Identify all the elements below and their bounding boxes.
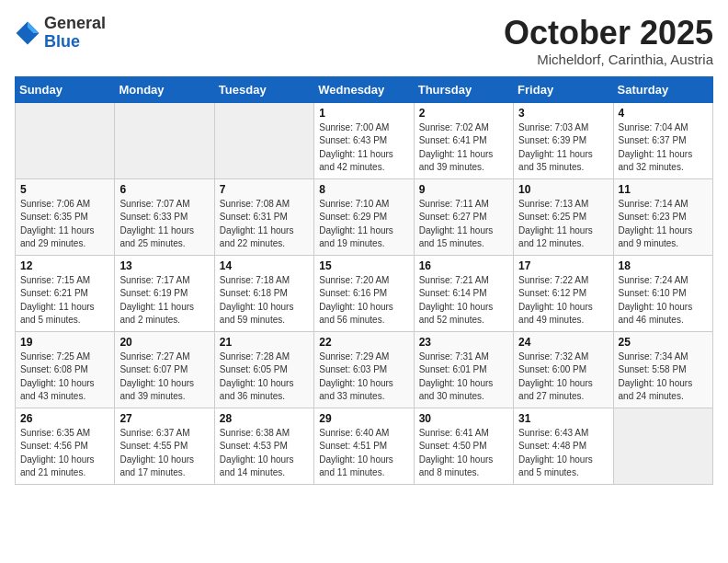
day-info: Sunrise: 7:11 AMSunset: 6:27 PMDaylight:… bbox=[419, 198, 508, 251]
logo-icon bbox=[15, 20, 40, 46]
weekday-header: Sunday bbox=[16, 76, 115, 102]
calendar-cell: 27Sunrise: 6:37 AMSunset: 4:55 PMDayligh… bbox=[115, 408, 214, 484]
calendar-cell bbox=[613, 408, 712, 484]
day-info: Sunrise: 7:34 AMSunset: 5:58 PMDaylight:… bbox=[619, 350, 708, 404]
calendar-cell: 19Sunrise: 7:25 AMSunset: 6:08 PMDayligh… bbox=[16, 331, 115, 408]
day-number: 28 bbox=[220, 412, 309, 425]
day-number: 13 bbox=[119, 259, 209, 272]
day-info: Sunrise: 7:22 AMSunset: 6:12 PMDaylight:… bbox=[518, 274, 608, 327]
day-info: Sunrise: 6:41 AMSunset: 4:50 PMDaylight:… bbox=[419, 427, 508, 480]
calendar-cell bbox=[16, 102, 115, 178]
day-info: Sunrise: 7:06 AMSunset: 6:35 PMDaylight:… bbox=[20, 198, 109, 251]
page-header: General Blue October 2025 Micheldorf, Ca… bbox=[15, 15, 713, 67]
calendar-cell: 18Sunrise: 7:24 AMSunset: 6:10 PMDayligh… bbox=[613, 255, 712, 331]
day-info: Sunrise: 7:08 AMSunset: 6:31 PMDaylight:… bbox=[220, 198, 309, 251]
day-info: Sunrise: 7:03 AMSunset: 6:39 PMDaylight:… bbox=[518, 121, 608, 175]
calendar-cell: 28Sunrise: 6:38 AMSunset: 4:53 PMDayligh… bbox=[214, 408, 313, 484]
day-number: 7 bbox=[220, 183, 309, 196]
weekday-header: Thursday bbox=[414, 76, 513, 102]
day-number: 26 bbox=[20, 412, 109, 425]
calendar-cell: 31Sunrise: 6:43 AMSunset: 4:48 PMDayligh… bbox=[514, 408, 613, 484]
day-number: 30 bbox=[419, 412, 508, 425]
day-number: 19 bbox=[20, 336, 109, 349]
day-number: 31 bbox=[518, 412, 608, 425]
day-info: Sunrise: 7:25 AMSunset: 6:08 PMDaylight:… bbox=[20, 350, 109, 404]
day-number: 16 bbox=[419, 259, 508, 272]
day-info: Sunrise: 7:07 AMSunset: 6:33 PMDaylight:… bbox=[119, 198, 209, 251]
day-info: Sunrise: 6:43 AMSunset: 4:48 PMDaylight:… bbox=[518, 427, 608, 480]
calendar-cell: 22Sunrise: 7:29 AMSunset: 6:03 PMDayligh… bbox=[314, 331, 414, 408]
logo-general: General bbox=[44, 14, 106, 32]
day-number: 20 bbox=[119, 336, 209, 349]
calendar-cell: 6Sunrise: 7:07 AMSunset: 6:33 PMDaylight… bbox=[115, 178, 214, 255]
day-info: Sunrise: 7:02 AMSunset: 6:41 PMDaylight:… bbox=[419, 121, 508, 175]
calendar-cell: 30Sunrise: 6:41 AMSunset: 4:50 PMDayligh… bbox=[414, 408, 513, 484]
day-info: Sunrise: 7:14 AMSunset: 6:23 PMDaylight:… bbox=[619, 198, 708, 251]
day-number: 9 bbox=[419, 183, 508, 196]
weekday-header-row: SundayMondayTuesdayWednesdayThursdayFrid… bbox=[16, 76, 713, 102]
day-info: Sunrise: 6:37 AMSunset: 4:55 PMDaylight:… bbox=[119, 427, 209, 480]
calendar-cell: 13Sunrise: 7:17 AMSunset: 6:19 PMDayligh… bbox=[115, 255, 214, 331]
month-title: October 2025 bbox=[504, 15, 713, 52]
calendar-cell: 9Sunrise: 7:11 AMSunset: 6:27 PMDaylight… bbox=[414, 178, 513, 255]
weekday-header: Tuesday bbox=[214, 76, 313, 102]
day-info: Sunrise: 7:04 AMSunset: 6:37 PMDaylight:… bbox=[619, 121, 708, 175]
calendar-cell: 7Sunrise: 7:08 AMSunset: 6:31 PMDaylight… bbox=[214, 178, 313, 255]
day-number: 29 bbox=[319, 412, 408, 425]
weekday-header: Wednesday bbox=[314, 76, 414, 102]
day-number: 17 bbox=[518, 259, 608, 272]
calendar-cell: 29Sunrise: 6:40 AMSunset: 4:51 PMDayligh… bbox=[314, 408, 414, 484]
day-number: 2 bbox=[419, 107, 508, 120]
day-info: Sunrise: 7:00 AMSunset: 6:43 PMDaylight:… bbox=[319, 121, 408, 175]
calendar-table: SundayMondayTuesdayWednesdayThursdayFrid… bbox=[15, 76, 713, 485]
title-block: October 2025 Micheldorf, Carinthia, Aust… bbox=[504, 15, 713, 67]
day-number: 22 bbox=[319, 336, 408, 349]
weekday-header: Saturday bbox=[613, 76, 712, 102]
day-info: Sunrise: 7:10 AMSunset: 6:29 PMDaylight:… bbox=[319, 198, 408, 251]
day-number: 6 bbox=[119, 183, 209, 196]
day-info: Sunrise: 7:29 AMSunset: 6:03 PMDaylight:… bbox=[319, 350, 408, 404]
day-number: 11 bbox=[619, 183, 708, 196]
day-number: 15 bbox=[319, 259, 408, 272]
day-info: Sunrise: 7:32 AMSunset: 6:00 PMDaylight:… bbox=[518, 350, 608, 404]
calendar-row: 5Sunrise: 7:06 AMSunset: 6:35 PMDaylight… bbox=[16, 178, 713, 255]
calendar-row: 26Sunrise: 6:35 AMSunset: 4:56 PMDayligh… bbox=[16, 408, 713, 484]
calendar-cell: 12Sunrise: 7:15 AMSunset: 6:21 PMDayligh… bbox=[16, 255, 115, 331]
calendar-cell bbox=[115, 102, 214, 178]
day-number: 25 bbox=[619, 336, 708, 349]
calendar-cell: 14Sunrise: 7:18 AMSunset: 6:18 PMDayligh… bbox=[214, 255, 313, 331]
day-info: Sunrise: 7:17 AMSunset: 6:19 PMDaylight:… bbox=[119, 274, 209, 327]
calendar-cell: 1Sunrise: 7:00 AMSunset: 6:43 PMDaylight… bbox=[314, 102, 414, 178]
day-info: Sunrise: 7:15 AMSunset: 6:21 PMDaylight:… bbox=[20, 274, 109, 327]
calendar-cell: 26Sunrise: 6:35 AMSunset: 4:56 PMDayligh… bbox=[16, 408, 115, 484]
calendar-cell: 25Sunrise: 7:34 AMSunset: 5:58 PMDayligh… bbox=[613, 331, 712, 408]
day-info: Sunrise: 7:18 AMSunset: 6:18 PMDaylight:… bbox=[220, 274, 309, 327]
calendar-row: 19Sunrise: 7:25 AMSunset: 6:08 PMDayligh… bbox=[16, 331, 713, 408]
day-info: Sunrise: 6:40 AMSunset: 4:51 PMDaylight:… bbox=[319, 427, 408, 480]
day-info: Sunrise: 7:24 AMSunset: 6:10 PMDaylight:… bbox=[619, 274, 708, 327]
calendar-cell: 24Sunrise: 7:32 AMSunset: 6:00 PMDayligh… bbox=[514, 331, 613, 408]
logo-blue: Blue bbox=[44, 32, 80, 51]
day-info: Sunrise: 7:31 AMSunset: 6:01 PMDaylight:… bbox=[419, 350, 508, 404]
day-info: Sunrise: 6:38 AMSunset: 4:53 PMDaylight:… bbox=[220, 427, 309, 480]
calendar-row: 12Sunrise: 7:15 AMSunset: 6:21 PMDayligh… bbox=[16, 255, 713, 331]
calendar-cell: 3Sunrise: 7:03 AMSunset: 6:39 PMDaylight… bbox=[514, 102, 613, 178]
day-number: 8 bbox=[319, 183, 408, 196]
day-info: Sunrise: 7:28 AMSunset: 6:05 PMDaylight:… bbox=[220, 350, 309, 404]
day-info: Sunrise: 7:20 AMSunset: 6:16 PMDaylight:… bbox=[319, 274, 408, 327]
calendar-cell: 20Sunrise: 7:27 AMSunset: 6:07 PMDayligh… bbox=[115, 331, 214, 408]
day-number: 10 bbox=[518, 183, 608, 196]
day-info: Sunrise: 7:21 AMSunset: 6:14 PMDaylight:… bbox=[419, 274, 508, 327]
calendar-cell: 4Sunrise: 7:04 AMSunset: 6:37 PMDaylight… bbox=[613, 102, 712, 178]
logo: General Blue bbox=[15, 15, 106, 52]
day-number: 4 bbox=[619, 107, 708, 120]
calendar-cell: 21Sunrise: 7:28 AMSunset: 6:05 PMDayligh… bbox=[214, 331, 313, 408]
day-info: Sunrise: 6:35 AMSunset: 4:56 PMDaylight:… bbox=[20, 427, 109, 480]
day-number: 5 bbox=[20, 183, 109, 196]
day-number: 23 bbox=[419, 336, 508, 349]
day-number: 21 bbox=[220, 336, 309, 349]
calendar-cell: 23Sunrise: 7:31 AMSunset: 6:01 PMDayligh… bbox=[414, 331, 513, 408]
calendar-cell: 2Sunrise: 7:02 AMSunset: 6:41 PMDaylight… bbox=[414, 102, 513, 178]
day-info: Sunrise: 7:27 AMSunset: 6:07 PMDaylight:… bbox=[119, 350, 209, 404]
day-number: 12 bbox=[20, 259, 109, 272]
